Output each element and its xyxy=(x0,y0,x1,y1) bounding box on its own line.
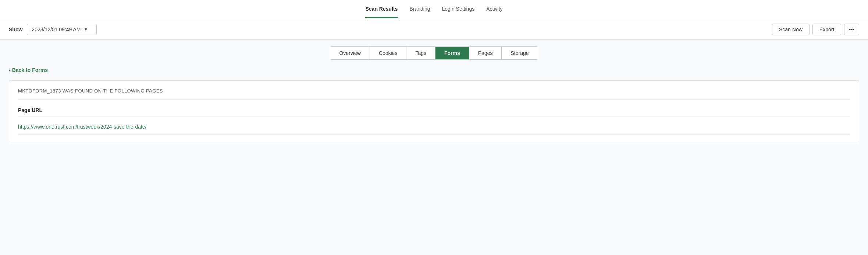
page-url-link[interactable]: https://www.onetrust.com/trustweek/2024-… xyxy=(18,124,146,130)
sub-tab-storage[interactable]: Storage xyxy=(502,47,537,59)
tab-activity[interactable]: Activity xyxy=(486,1,502,18)
back-link-label: Back to Forms xyxy=(12,67,48,73)
toolbar-left: Show 2023/12/01 09:49 AM ▼ xyxy=(9,24,97,35)
more-options-button[interactable]: ••• xyxy=(844,24,859,35)
show-label: Show xyxy=(9,27,22,32)
content-card: MKTOFORM_1873 WAS FOUND ON THE FOLLOWING… xyxy=(9,80,859,142)
column-header-page-url: Page URL xyxy=(18,104,850,116)
toolbar: Show 2023/12/01 09:49 AM ▼ Scan Now Expo… xyxy=(0,19,868,40)
main-content: ‹ Back to Forms MKTOFORM_1873 WAS FOUND … xyxy=(0,60,868,150)
top-nav-tabs: Scan Results Branding Login Settings Act… xyxy=(365,1,502,18)
sub-tab-cookies[interactable]: Cookies xyxy=(370,47,407,59)
sub-tabs-container: Overview Cookies Tags Forms Pages Storag… xyxy=(0,40,868,60)
sub-tab-overview[interactable]: Overview xyxy=(330,47,370,59)
date-dropdown[interactable]: 2023/12/01 09:49 AM ▼ xyxy=(27,24,97,35)
date-value: 2023/12/01 09:49 AM xyxy=(32,27,81,32)
export-button[interactable]: Export xyxy=(812,24,841,35)
sub-tabs: Overview Cookies Tags Forms Pages Storag… xyxy=(330,46,538,60)
sub-tab-forms[interactable]: Forms xyxy=(435,47,469,59)
tab-scan-results[interactable]: Scan Results xyxy=(365,1,398,18)
chevron-down-icon: ▼ xyxy=(83,27,88,32)
tab-branding[interactable]: Branding xyxy=(409,1,430,18)
sub-tab-tags[interactable]: Tags xyxy=(406,47,435,59)
sub-tab-pages[interactable]: Pages xyxy=(469,47,502,59)
top-navigation: Scan Results Branding Login Settings Act… xyxy=(0,0,868,19)
table-divider xyxy=(18,99,850,100)
card-header: MKTOFORM_1873 WAS FOUND ON THE FOLLOWING… xyxy=(18,88,850,94)
back-arrow-icon: ‹ xyxy=(9,67,11,73)
table-row: https://www.onetrust.com/trustweek/2024-… xyxy=(18,119,850,135)
scan-now-button[interactable]: Scan Now xyxy=(772,24,810,35)
toolbar-right: Scan Now Export ••• xyxy=(772,24,859,35)
back-to-forms-link[interactable]: ‹ Back to Forms xyxy=(9,67,48,73)
tab-login-settings[interactable]: Login Settings xyxy=(442,1,474,18)
